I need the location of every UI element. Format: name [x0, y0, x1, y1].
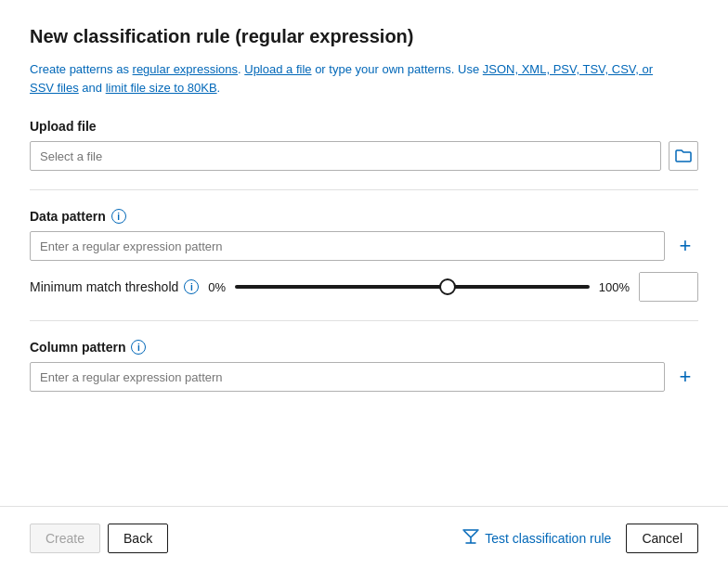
divider-2: [30, 320, 698, 321]
slider-thumb[interactable]: [439, 278, 456, 295]
threshold-info-icon[interactable]: i: [184, 279, 199, 294]
create-button[interactable]: Create: [30, 524, 100, 553]
upload-file-label: Upload file: [30, 119, 698, 134]
page-title: New classification rule (regular express…: [30, 26, 698, 47]
footer: Create Back Test classification rule Can…: [0, 506, 728, 569]
description-text-5: .: [217, 81, 221, 95]
cancel-button[interactable]: Cancel: [626, 524, 698, 553]
description-text-1: Create patterns as: [30, 62, 133, 76]
column-pattern-info-icon[interactable]: i: [131, 340, 146, 355]
description-text-4: and: [79, 81, 106, 95]
folder-icon: [675, 149, 692, 163]
data-pattern-input[interactable]: [30, 231, 665, 261]
regular-expressions-link[interactable]: regular expressions: [133, 62, 238, 76]
data-pattern-info-icon[interactable]: i: [111, 209, 126, 224]
description: Create patterns as regular expressions. …: [30, 60, 680, 97]
data-pattern-section: Data pattern i + Minimum match threshold…: [30, 209, 698, 302]
threshold-min-label: 0%: [208, 280, 226, 294]
upload-file-link[interactable]: Upload a file: [244, 62, 311, 76]
back-button[interactable]: Back: [108, 524, 168, 553]
footer-left: Create Back: [30, 524, 168, 553]
slider-container[interactable]: [235, 278, 590, 296]
footer-right: Test classification rule Cancel: [462, 524, 698, 553]
threshold-row: Minimum match threshold i 0% 100% ▲ ▼: [30, 272, 698, 302]
column-pattern-input[interactable]: [30, 362, 665, 392]
test-label: Test classification rule: [485, 531, 611, 546]
slider-track: [235, 285, 590, 289]
divider-1: [30, 189, 698, 190]
browse-folder-button[interactable]: [669, 141, 698, 171]
file-size-link[interactable]: limit file size to 80KB: [106, 81, 217, 95]
upload-file-section: Upload file: [30, 119, 698, 171]
test-icon: [462, 529, 479, 548]
column-pattern-label: Column pattern i: [30, 340, 698, 355]
threshold-label: Minimum match threshold i: [30, 279, 199, 294]
data-pattern-add-button[interactable]: +: [672, 233, 698, 259]
threshold-max-label: 100%: [599, 280, 630, 294]
test-classification-rule-button[interactable]: Test classification rule: [462, 529, 611, 548]
threshold-spinbox[interactable]: ▲ ▼: [639, 272, 698, 302]
column-pattern-add-button[interactable]: +: [672, 364, 698, 390]
threshold-value-input[interactable]: [640, 273, 698, 301]
upload-file-input[interactable]: [30, 141, 661, 171]
data-pattern-label: Data pattern i: [30, 209, 698, 224]
description-text-3: or type your own patterns. Use: [312, 62, 483, 76]
column-pattern-section: Column pattern i +: [30, 340, 698, 392]
